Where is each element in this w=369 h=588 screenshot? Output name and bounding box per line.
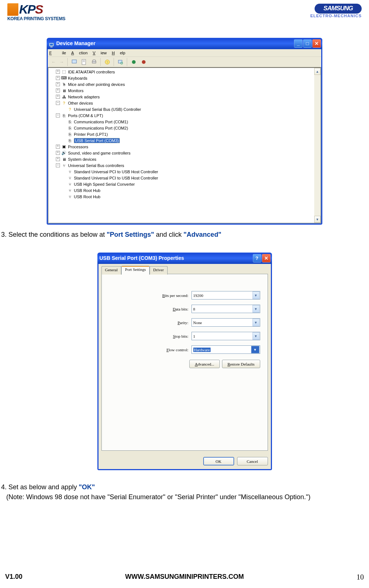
parity-select[interactable]: None▼ [191,318,260,327]
tree-node: ⎘Communications Port (COM2) [49,125,320,131]
system-icon: 🖥 [61,156,67,162]
forward-button[interactable]: → [58,59,65,65]
window-titlebar[interactable]: Device Manager _ □ ✕ [47,38,322,49]
collapse-icon[interactable]: – [56,113,60,117]
scroll-up-icon[interactable]: ▲ [314,68,320,75]
dropdown-icon[interactable]: ▼ [252,319,259,326]
device-tree[interactable]: +⬚IDE ATA/ATAPI controllers +⌨Keyboards … [48,67,321,224]
data-bits-select[interactable]: 8▼ [191,305,260,313]
note-text: (Note: Windows 98 dose not have "Serial … [0,491,369,501]
scroll-down-icon[interactable]: ▼ [314,216,320,223]
cancel-button[interactable]: Cancel [237,457,268,465]
ok-button[interactable]: OK [203,457,234,465]
tree-node: +▣Processors [49,144,320,150]
flow-control-select[interactable]: Hardware▼ [191,345,260,354]
tree-node-selected: ⎘USB Serial Port (COM3) [49,137,320,144]
dialog-titlebar[interactable]: USB Serial Port (COM3) Properties ? ✕ [97,253,272,264]
expand-icon[interactable]: + [56,88,60,92]
expand-icon[interactable]: + [56,70,60,74]
port-icon: ⎘ [67,131,73,137]
help-icon[interactable]: ? [103,58,112,66]
print-icon[interactable] [89,58,98,66]
tree-node: +🖱Mice and other pointing devices [49,81,320,87]
computer-icon[interactable] [69,58,79,66]
close-button[interactable]: ✕ [312,39,321,48]
svg-rect-3 [72,60,76,63]
menubar: File Action View Help [48,49,321,57]
restore-defaults-button[interactable]: Restore Defaults [222,360,260,368]
samsung-logo: SAMSUNG ELECTRO-MECHANICS [310,2,362,21]
disk-icon: ⬚ [61,69,67,75]
scrollbar[interactable]: ▲ ▼ [314,68,320,223]
samsung-subtitle: ELECTRO-MECHANICS [310,14,362,18]
port-icon: ⎘ [61,113,67,119]
monitor-icon: 🖥 [61,88,67,94]
help-button[interactable]: ? [253,254,261,262]
enable-icon[interactable] [129,58,138,66]
expand-icon[interactable]: + [56,82,60,86]
tree-node: +⌨Keyboards [49,75,320,81]
tree-node: +⬚IDE ATA/ATAPI controllers [49,69,320,75]
dropdown-icon[interactable]: ▼ [251,346,259,353]
expand-icon[interactable]: + [56,95,60,99]
port-icon: ⎘ [67,119,73,125]
expand-icon[interactable]: + [56,157,60,161]
question-icon: ? [67,106,73,112]
menu-action[interactable]: Action [71,51,88,55]
collapse-icon[interactable]: – [56,101,60,105]
menu-view[interactable]: View [93,51,107,55]
dropdown-icon[interactable]: ▼ [252,305,259,313]
expand-icon[interactable]: + [56,151,60,155]
tab-driver[interactable]: Driver [150,266,168,275]
dialog-footer: OK Cancel [98,454,271,469]
menu-file[interactable]: File [49,51,66,55]
menu-help[interactable]: Help [112,51,125,55]
toolbar: ← → ? [48,57,321,67]
minimize-button[interactable]: _ [294,39,302,48]
dropdown-icon[interactable]: ▼ [252,332,259,340]
device-manager-window: Device Manager _ □ ✕ File Action View He… [47,38,322,225]
tree-node: +🖥Monitors [49,87,320,94]
label-stop-bits: Stop bits: [173,334,189,338]
port-icon: ⎘ [67,125,73,131]
tree-node: –?Other devices [49,100,320,106]
kps-logo: KPS KOREA PRINTING SYSTEMS [7,2,65,21]
svg-point-14 [142,60,146,64]
svg-text:?: ? [106,61,108,64]
tab-general[interactable]: General [101,266,122,275]
expand-icon[interactable]: + [56,145,60,149]
bps-select[interactable]: 19200▼ [191,291,260,300]
label-flow-control: Flow control: [166,348,189,352]
usb-icon: ⑂ [67,169,73,175]
label-data-bits: Data bits: [173,307,188,311]
tree-node: ⑂USB Root Hub [49,193,320,200]
tab-port-settings[interactable]: Port Settings [121,266,150,275]
tabs: General Port Settings Driver [101,266,268,274]
scan-icon[interactable] [116,58,125,66]
usb-icon: ⑂ [67,175,73,181]
svg-rect-11 [118,60,122,63]
svg-rect-2 [50,47,53,47]
disable-icon[interactable] [139,58,148,66]
maximize-button[interactable]: □ [303,39,312,48]
tree-node: –⑂Universal Serial Bus controllers [49,162,320,168]
dropdown-icon[interactable]: ▼ [252,291,259,299]
usb-icon: ⑂ [67,188,73,193]
tree-node: –⎘Ports (COM & LPT) [49,112,320,119]
tree-node: ⑂Standard Universal PCI to USB Host Cont… [49,168,320,175]
collapse-icon[interactable]: – [56,163,60,167]
samsung-wordmark: SAMSUNG [315,4,362,14]
svg-rect-8 [93,60,95,61]
page-footer: V1.00 WWW.SAMSUNGMINIPRINTERS.COM 10 [0,573,369,581]
computer-icon [49,41,55,47]
cpu-icon: ▣ [61,144,67,150]
expand-icon[interactable]: + [56,76,60,80]
back-button[interactable]: ← [50,59,57,65]
tree-node: +🖧Network adapters [49,94,320,100]
properties-icon[interactable] [79,58,89,66]
tab-panel: Bits per second: 19200▼ Data bits: 8▼ Pa… [101,274,268,451]
stop-bits-select[interactable]: 1▼ [191,332,260,340]
close-button[interactable]: ✕ [262,254,271,262]
advanced-button[interactable]: Advanced... [189,360,220,368]
instruction-3: 3. Select the conditions as below at "Po… [0,225,369,239]
